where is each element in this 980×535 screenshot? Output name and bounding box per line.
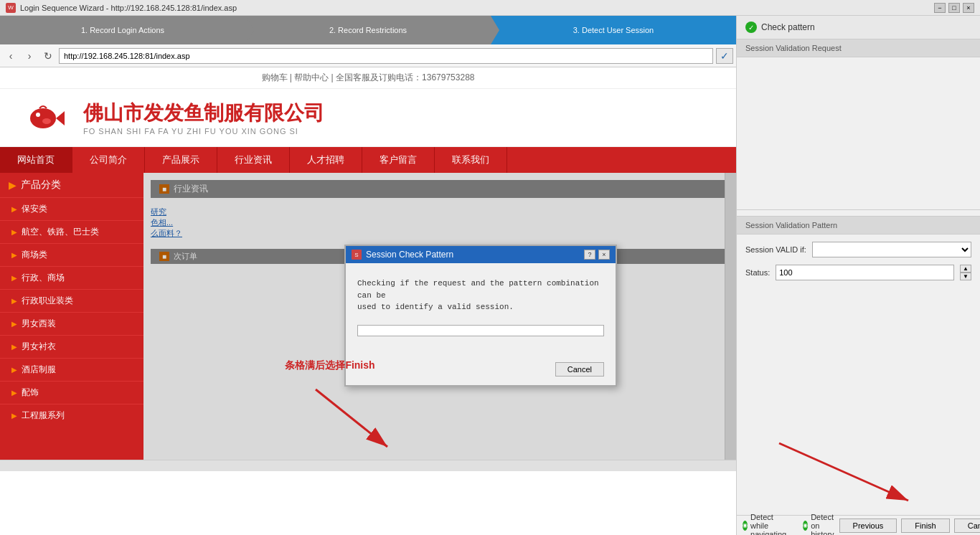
nav-item-contact[interactable]: 联系我们 xyxy=(435,147,507,173)
finish-button[interactable]: Finish xyxy=(901,519,949,533)
detect-options: ◉ Detect while navigating ◉ Detect on hi… xyxy=(743,513,839,536)
address-bar[interactable] xyxy=(59,48,713,64)
minimize-button[interactable]: − xyxy=(934,3,946,13)
sidebar-item-engineering[interactable]: ▶ 工程服系列 xyxy=(0,404,143,427)
sidebar-item-hotel[interactable]: ▶ 酒店制服 xyxy=(0,358,143,381)
detect-history-icon: ◉ xyxy=(803,521,808,531)
sidebar-item-shirt[interactable]: ▶ 男女衬衣 xyxy=(0,335,143,358)
detect-history-label: Detect on history xyxy=(811,513,839,536)
forward-button[interactable]: › xyxy=(22,48,37,64)
check-pattern-icon: ✓ xyxy=(745,22,757,33)
nav-item-home[interactable]: 网站首页 xyxy=(0,147,72,173)
modal-body: Checking if the request and the pattern … xyxy=(346,263,616,359)
sidebar-item-security[interactable]: ▶ 保安类 xyxy=(0,197,143,220)
nav-menu: 网站首页 公司简介 产品展示 行业资讯 人才招聘 客户留言 联系 xyxy=(0,147,736,173)
sidebar-arrow-icon: ▶ xyxy=(11,228,17,236)
wizard-bottom-bar: ◉ Detect while navigating ◉ Detect on hi… xyxy=(737,515,980,535)
svg-line-7 xyxy=(779,443,908,501)
svg-marker-1 xyxy=(56,111,65,126)
window-controls: − □ × xyxy=(934,3,974,13)
sidebar-item-menwomen[interactable]: ▶ 男女西装 xyxy=(0,312,143,335)
sidebar-item-mall[interactable]: ▶ 商场类 xyxy=(0,243,143,266)
go-button[interactable]: ✓ xyxy=(716,48,733,64)
nav-item-products[interactable]: 产品展示 xyxy=(145,147,217,173)
sidebar-item-admin[interactable]: ▶ 行政、商场 xyxy=(0,266,143,289)
sidebar-arrow-icon: ▶ xyxy=(11,320,17,328)
sidebar-item-aviation[interactable]: ▶ 航空、铁路、巴士类 xyxy=(0,220,143,243)
modal-footer: Cancel xyxy=(346,359,616,385)
wizard-step-1[interactable]: 1. Record Login Actions xyxy=(0,16,245,44)
sidebar-arrow-icon: ▶ xyxy=(11,412,17,420)
status-stepper-up[interactable]: ▲ xyxy=(960,265,971,273)
company-logo xyxy=(14,96,72,139)
refresh-button[interactable]: ↻ xyxy=(40,48,56,64)
nav-item-news[interactable]: 行业资讯 xyxy=(217,147,290,173)
sidebar-item-accessories[interactable]: ▶ 配饰 xyxy=(0,381,143,404)
panel-content-top xyxy=(737,57,980,204)
modal-title: Session Check Pattern xyxy=(366,250,453,260)
close-button[interactable]: × xyxy=(963,3,974,13)
status-row: Status: ▲ ▼ xyxy=(745,265,971,280)
window-title: Login Sequence Wizard - http://192.168.2… xyxy=(20,4,237,12)
session-validation-request-title: Session Validation Request xyxy=(737,39,980,57)
modal-titlebar: S Session Check Pattern ? × xyxy=(346,246,616,263)
svg-point-2 xyxy=(36,113,40,117)
session-validation-pattern-section: Session Validation Pattern Session VALID… xyxy=(737,216,980,295)
content-area: ▶ 产品分类 ▶ 保安类 ▶ 航空、铁路、巴士类 ▶ 商场类 xyxy=(0,173,736,460)
status-stepper-down[interactable]: ▼ xyxy=(960,273,971,280)
modal-title-icon: S xyxy=(352,250,362,260)
sidebar-arrow-icon: ▶ xyxy=(11,343,17,351)
title-bar: W Login Sequence Wizard - http://192.168… xyxy=(0,0,980,16)
sidebar-item-admin-duty[interactable]: ▶ 行政职业装类 xyxy=(0,289,143,312)
session-valid-if-label: Session VALID if: xyxy=(745,245,806,254)
maximize-button[interactable]: □ xyxy=(948,3,960,13)
detect-navigating-label: Detect while navigating xyxy=(750,513,791,536)
modal-cancel-button[interactable]: Cancel xyxy=(555,362,604,377)
sidebar-arrow-icon: ▶ xyxy=(11,297,17,305)
status-stepper: ▲ ▼ xyxy=(960,265,971,280)
panel-spacer xyxy=(737,295,980,430)
detect-navigating-item[interactable]: ◉ Detect while navigating xyxy=(743,513,791,536)
status-label: Status: xyxy=(745,268,770,277)
wizard-action-buttons: Previous Finish Cancel xyxy=(839,519,980,533)
browser-nav-bar: ‹ › ↻ ✓ xyxy=(0,44,736,67)
left-sidebar: ▶ 产品分类 ▶ 保安类 ▶ 航空、铁路、巴士类 ▶ 商场类 xyxy=(0,173,143,460)
sidebar-arrow-icon: ▶ xyxy=(11,251,17,259)
app-icon: W xyxy=(6,3,16,13)
session-valid-if-row: Session VALID if: equals contains xyxy=(745,242,971,257)
webpage-content: 购物车 | 帮助中心 | 全国客服及订购电话：13679753288 xyxy=(0,67,736,535)
session-valid-if-select[interactable]: equals contains xyxy=(812,242,971,257)
right-panel: ✓ Check pattern Session Validation Reque… xyxy=(736,16,980,535)
previous-button[interactable]: Previous xyxy=(839,519,897,533)
nav-item-feedback[interactable]: 客户留言 xyxy=(362,147,435,173)
sidebar-arrow-icon: ▶ xyxy=(11,274,17,282)
check-pattern-label: Check pattern xyxy=(761,22,815,32)
sidebar-title-arrow-icon: ▶ xyxy=(9,179,17,191)
sidebar-title: ▶ 产品分类 xyxy=(0,173,143,197)
detect-history-item[interactable]: ◉ Detect on history xyxy=(803,513,839,536)
sidebar-arrow-icon: ▶ xyxy=(11,366,17,374)
wizard-step-2[interactable]: 2. Record Restrictions xyxy=(245,16,491,44)
modal-close-button[interactable]: × xyxy=(598,250,610,260)
sidebar-arrow-icon: ▶ xyxy=(11,389,17,397)
detect-navigating-icon: ◉ xyxy=(743,521,748,531)
status-input[interactable] xyxy=(776,265,954,280)
check-pattern-header: ✓ Check pattern xyxy=(737,16,980,39)
company-header: 佛山市发发鱼制服有限公司 FO SHAN SHI FA FA YU ZHI FU… xyxy=(0,89,736,147)
back-button[interactable]: ‹ xyxy=(3,48,19,64)
modal-question-button[interactable]: ? xyxy=(584,250,595,260)
wizard-step-3[interactable]: 3. Detect User Session xyxy=(491,16,736,44)
nav-item-jobs[interactable]: 人才招聘 xyxy=(290,147,362,173)
company-name: 佛山市发发鱼制服有限公司 xyxy=(83,100,324,127)
horizontal-scrollbar[interactable] xyxy=(0,460,736,471)
cancel-button[interactable]: Cancel xyxy=(954,519,980,533)
session-check-dialog: S Session Check Pattern ? × Checking if … xyxy=(344,245,617,387)
right-content: ■ 行业资讯 研究 色相... 么面料？ ■ 次订单 xyxy=(143,173,736,460)
panel-divider xyxy=(737,209,980,210)
nav-item-about[interactable]: 公司简介 xyxy=(72,147,145,173)
svg-point-0 xyxy=(30,108,56,128)
top-info-bar: 购物车 | 帮助中心 | 全国客服及订购电话：13679753288 xyxy=(0,67,736,89)
session-validation-pattern-content: Session VALID if: equals contains Status… xyxy=(737,235,980,295)
svg-point-3 xyxy=(42,118,51,124)
modal-controls: ? × xyxy=(584,250,610,260)
